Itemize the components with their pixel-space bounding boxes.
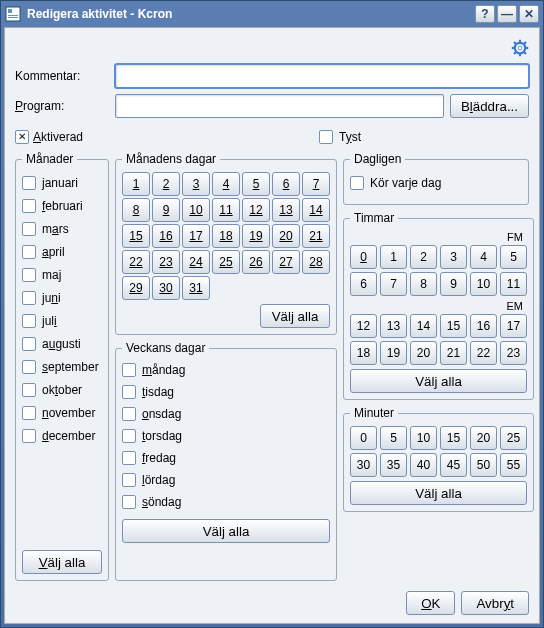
month-checkbox-maj[interactable] <box>22 268 36 282</box>
hour-11[interactable]: 11 <box>500 272 527 296</box>
hour-17[interactable]: 17 <box>500 314 527 338</box>
hour-2[interactable]: 2 <box>410 245 437 269</box>
hour-13[interactable]: 13 <box>380 314 407 338</box>
monthday-13[interactable]: 13 <box>272 198 300 222</box>
gear-icon[interactable] <box>511 39 529 57</box>
monthday-31[interactable]: 31 <box>182 276 210 300</box>
month-checkbox-juli[interactable] <box>22 314 36 328</box>
weekday-checkbox-fredag[interactable] <box>122 451 136 465</box>
hour-20[interactable]: 20 <box>410 341 437 365</box>
help-button[interactable]: ? <box>475 5 495 23</box>
monthday-29[interactable]: 29 <box>122 276 150 300</box>
silent-checkbox[interactable] <box>319 130 333 144</box>
monthday-10[interactable]: 10 <box>182 198 210 222</box>
monthday-25[interactable]: 25 <box>212 250 240 274</box>
hour-23[interactable]: 23 <box>500 341 527 365</box>
weekday-checkbox-lördag[interactable] <box>122 473 136 487</box>
ok-button[interactable]: OK <box>406 591 455 615</box>
months-select-all[interactable]: Välj alla <box>22 550 102 574</box>
minute-25[interactable]: 25 <box>500 426 527 450</box>
monthday-22[interactable]: 22 <box>122 250 150 274</box>
monthday-24[interactable]: 24 <box>182 250 210 274</box>
close-button[interactable]: ✕ <box>519 5 539 23</box>
monthday-3[interactable]: 3 <box>182 172 210 196</box>
hour-14[interactable]: 14 <box>410 314 437 338</box>
hour-5[interactable]: 5 <box>500 245 527 269</box>
month-checkbox-december[interactable] <box>22 429 36 443</box>
hour-8[interactable]: 8 <box>410 272 437 296</box>
minute-15[interactable]: 15 <box>440 426 467 450</box>
hour-0[interactable]: 0 <box>350 245 377 269</box>
hour-22[interactable]: 22 <box>470 341 497 365</box>
hour-16[interactable]: 16 <box>470 314 497 338</box>
hours-select-all[interactable]: Välj alla <box>350 369 527 393</box>
minute-0[interactable]: 0 <box>350 426 377 450</box>
monthday-30[interactable]: 30 <box>152 276 180 300</box>
monthday-19[interactable]: 19 <box>242 224 270 248</box>
month-checkbox-januari[interactable] <box>22 176 36 190</box>
month-checkbox-november[interactable] <box>22 406 36 420</box>
weekday-checkbox-onsdag[interactable] <box>122 407 136 421</box>
monthday-1[interactable]: 1 <box>122 172 150 196</box>
monthday-6[interactable]: 6 <box>272 172 300 196</box>
hour-10[interactable]: 10 <box>470 272 497 296</box>
hour-1[interactable]: 1 <box>380 245 407 269</box>
minute-40[interactable]: 40 <box>410 453 437 477</box>
hour-3[interactable]: 3 <box>440 245 467 269</box>
monthday-23[interactable]: 23 <box>152 250 180 274</box>
minute-50[interactable]: 50 <box>470 453 497 477</box>
hour-7[interactable]: 7 <box>380 272 407 296</box>
minute-30[interactable]: 30 <box>350 453 377 477</box>
comment-input[interactable] <box>115 64 529 88</box>
daily-checkbox[interactable] <box>350 176 364 190</box>
monthday-15[interactable]: 15 <box>122 224 150 248</box>
weekdays-select-all[interactable]: Välj alla <box>122 519 330 543</box>
minute-20[interactable]: 20 <box>470 426 497 450</box>
month-checkbox-april[interactable] <box>22 245 36 259</box>
minute-35[interactable]: 35 <box>380 453 407 477</box>
month-checkbox-september[interactable] <box>22 360 36 374</box>
cancel-button[interactable]: Avbryt <box>461 591 529 615</box>
hour-9[interactable]: 9 <box>440 272 467 296</box>
program-input[interactable] <box>115 94 444 118</box>
monthday-17[interactable]: 17 <box>182 224 210 248</box>
monthday-2[interactable]: 2 <box>152 172 180 196</box>
hour-19[interactable]: 19 <box>380 341 407 365</box>
monthday-21[interactable]: 21 <box>302 224 330 248</box>
hour-6[interactable]: 6 <box>350 272 377 296</box>
month-checkbox-mars[interactable] <box>22 222 36 236</box>
hour-15[interactable]: 15 <box>440 314 467 338</box>
weekday-checkbox-söndag[interactable] <box>122 495 136 509</box>
monthday-18[interactable]: 18 <box>212 224 240 248</box>
browse-button[interactable]: Bläddra... <box>450 94 529 118</box>
monthday-20[interactable]: 20 <box>272 224 300 248</box>
minimize-button[interactable]: — <box>497 5 517 23</box>
weekday-checkbox-tisdag[interactable] <box>122 385 136 399</box>
monthday-7[interactable]: 7 <box>302 172 330 196</box>
monthday-4[interactable]: 4 <box>212 172 240 196</box>
monthday-8[interactable]: 8 <box>122 198 150 222</box>
monthdays-select-all[interactable]: Välj alla <box>260 304 330 328</box>
minute-5[interactable]: 5 <box>380 426 407 450</box>
hour-18[interactable]: 18 <box>350 341 377 365</box>
monthday-27[interactable]: 27 <box>272 250 300 274</box>
monthday-14[interactable]: 14 <box>302 198 330 222</box>
month-checkbox-oktober[interactable] <box>22 383 36 397</box>
hour-4[interactable]: 4 <box>470 245 497 269</box>
minutes-select-all[interactable]: Välj alla <box>350 481 527 505</box>
monthday-5[interactable]: 5 <box>242 172 270 196</box>
month-checkbox-juni[interactable] <box>22 291 36 305</box>
month-checkbox-augusti[interactable] <box>22 337 36 351</box>
minute-55[interactable]: 55 <box>500 453 527 477</box>
monthday-9[interactable]: 9 <box>152 198 180 222</box>
month-checkbox-februari[interactable] <box>22 199 36 213</box>
monthday-16[interactable]: 16 <box>152 224 180 248</box>
minute-10[interactable]: 10 <box>410 426 437 450</box>
activated-checkbox[interactable] <box>15 130 29 144</box>
monthday-11[interactable]: 11 <box>212 198 240 222</box>
minute-45[interactable]: 45 <box>440 453 467 477</box>
monthday-28[interactable]: 28 <box>302 250 330 274</box>
weekday-checkbox-torsdag[interactable] <box>122 429 136 443</box>
weekday-checkbox-måndag[interactable] <box>122 363 136 377</box>
monthday-12[interactable]: 12 <box>242 198 270 222</box>
